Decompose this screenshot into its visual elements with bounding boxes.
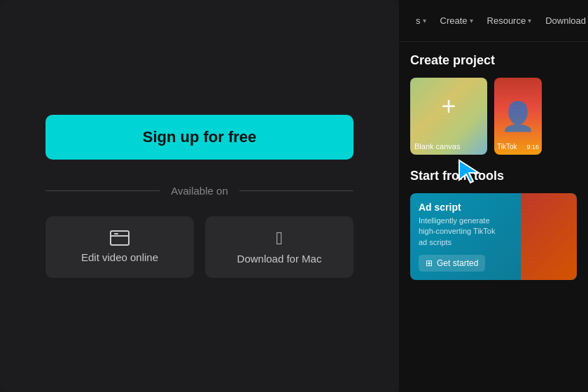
create-project-title: Create project [410, 53, 577, 68]
ad-script-image [521, 193, 577, 280]
divider-left [46, 190, 160, 191]
get-started-icon: ⊞ [426, 258, 433, 268]
signup-button[interactable]: Sign up for free [46, 115, 354, 160]
available-on-section: Available on [46, 185, 354, 197]
platform-buttons: Edit video online  Download for Mac [46, 216, 354, 278]
get-started-label: Get started [437, 258, 478, 268]
plus-icon: + [441, 94, 456, 119]
divider-right [239, 190, 354, 191]
edit-online-label: Edit video online [81, 251, 158, 263]
tiktok-ratio: 9:16 [526, 144, 539, 150]
nav-s-item[interactable]: s ▾ [410, 11, 432, 30]
apple-icon:  [276, 229, 283, 247]
cursor-overlay [456, 158, 484, 188]
signup-label: Sign up for free [143, 128, 257, 146]
tools-title: Start from tools [410, 169, 577, 183]
person-icon: 👤 [500, 100, 536, 133]
nav-create-item[interactable]: Create ▾ [435, 11, 479, 30]
edit-online-button[interactable]: Edit video online [46, 216, 194, 278]
nav-s-label: s [416, 15, 421, 26]
tools-section: Start from tools Ad script Intelligently… [410, 169, 577, 280]
ad-script-card[interactable]: Ad script Intelligently generate high-co… [410, 193, 577, 280]
nav-create-chevron: ▾ [470, 17, 473, 24]
download-mac-button[interactable]:  Download for Mac [205, 216, 354, 278]
nav-s-chevron: ▾ [423, 17, 426, 24]
tiktok-card[interactable]: 👤 TikTok 9:16 [494, 78, 542, 155]
nav-resource-chevron: ▾ [528, 17, 531, 24]
blank-canvas-card[interactable]: + Blank canvas [410, 78, 487, 155]
project-cards: + Blank canvas 👤 TikTok 9:16 [410, 78, 577, 155]
tiktok-label: TikTok [497, 143, 517, 150]
nav-download-item[interactable]: Download ▾ [540, 11, 588, 30]
nav-download-label: Download [545, 15, 586, 26]
svg-marker-0 [459, 160, 479, 183]
nav-create-label: Create [440, 15, 468, 26]
nav-resource-label: Resource [487, 15, 526, 26]
browser-icon [110, 230, 130, 246]
ad-script-description: Intelligently generate high-converting T… [419, 216, 503, 248]
available-on-text: Available on [160, 185, 239, 197]
top-nav: s ▾ Create ▾ Resource ▾ Download ▾ [399, 0, 588, 42]
left-panel: Sign up for free Available on Edit video… [0, 0, 399, 392]
right-panel: s ▾ Create ▾ Resource ▾ Download ▾ Creat… [399, 0, 588, 392]
cursor-icon [456, 158, 484, 186]
blank-canvas-label: Blank canvas [414, 142, 460, 150]
nav-resource-item[interactable]: Resource ▾ [482, 11, 538, 30]
right-content: Create project + Blank canvas 👤 TikTok 9… [399, 42, 588, 392]
get-started-button[interactable]: ⊞ Get started [419, 255, 485, 272]
download-mac-label: Download for Mac [237, 253, 322, 265]
